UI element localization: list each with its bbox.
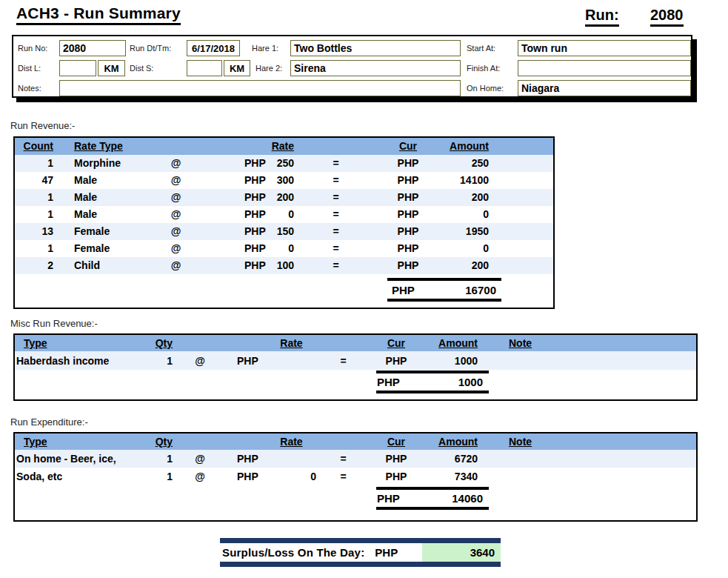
revenue-row: 1 Female @ PHP 0 = PHP 0	[15, 240, 553, 257]
at-symbol: @	[159, 155, 193, 172]
type-header: Type	[24, 436, 47, 448]
at-symbol: @	[159, 189, 193, 206]
count-cell: 2	[15, 257, 53, 274]
dist-s-label: Dist S:	[130, 64, 153, 73]
run-summary-report: ACH3 - Run Summary Run: 2080 Run No: 208…	[0, 0, 728, 578]
amount-cell: 0	[438, 206, 489, 223]
amount-cell: 6720	[422, 453, 478, 465]
currency-cell: PHP	[378, 240, 438, 257]
count-cell: 47	[15, 172, 53, 189]
rate-type-cell: Male	[53, 172, 159, 189]
note-header: Note	[509, 436, 532, 448]
at-symbol: @	[159, 240, 193, 257]
revenue-row: 1 Male @ PHP 0 = PHP 0	[15, 206, 553, 223]
revenue-total: PHP 16700	[387, 278, 501, 302]
surplus-top-bar	[220, 538, 501, 543]
finish-at-field[interactable]	[518, 60, 691, 76]
revenue-row: 1 Male @ PHP 200 = PHP 200	[15, 189, 553, 206]
count-cell: 1	[15, 155, 53, 172]
amount-cell: 7340	[422, 471, 478, 482]
equals-symbol: =	[294, 206, 378, 223]
count-cell: 13	[15, 223, 53, 240]
on-home-field[interactable]: Niagara	[518, 80, 691, 96]
rate-header: Rate	[272, 140, 294, 152]
amount-cell: 1950	[438, 223, 489, 240]
type-cell: On home - Beer, ice,	[15, 453, 133, 465]
equals-symbol: =	[294, 240, 378, 257]
equals-symbol: =	[294, 189, 378, 206]
dist-l-label: Dist L:	[18, 64, 41, 73]
rate-value: 0	[270, 240, 294, 257]
hare1-field[interactable]: Two Bottles	[290, 40, 461, 56]
dist-l-field[interactable]	[59, 60, 96, 76]
dist-s-km-unit: KM	[224, 60, 250, 76]
rate-currency: PHP	[227, 355, 267, 367]
misc-revenue-total: PHP 1000	[376, 371, 489, 393]
revenue-row: 1 Morphine @ PHP 250 = PHP 250	[15, 155, 553, 172]
count-header: Count	[24, 140, 53, 152]
run-label: Run:	[585, 7, 619, 27]
on-home-label: On Home:	[467, 84, 504, 93]
at-symbol: @	[173, 355, 227, 367]
rate-value: 300	[270, 172, 294, 189]
rate-value: 0	[267, 471, 316, 482]
run-no-field[interactable]: 2080	[59, 40, 126, 56]
total-currency: PHP	[376, 376, 400, 388]
type-cell: Haberdash income	[15, 355, 133, 367]
count-cell: 1	[15, 189, 53, 206]
rate-currency: PHP	[193, 240, 270, 257]
hare2-field[interactable]: Sirena	[290, 60, 461, 76]
rate-currency: PHP	[227, 453, 267, 465]
total-amount: 14060	[452, 492, 489, 505]
equals-symbol: =	[316, 453, 370, 465]
total-currency: PHP	[376, 492, 400, 505]
run-date-field[interactable]: 6/17/2018	[187, 40, 240, 56]
equals-symbol: =	[316, 471, 370, 482]
amount-header: Amount	[438, 337, 478, 349]
rate-value: 100	[270, 257, 294, 274]
qty-cell: 1	[133, 453, 173, 465]
run-no-label: Run No:	[18, 44, 47, 53]
count-cell: 1	[15, 240, 53, 257]
start-at-field[interactable]: Town run	[518, 40, 691, 56]
rate-type-header: Rate Type	[74, 140, 123, 152]
rate-currency: PHP	[227, 471, 267, 482]
revenue-row: 47 Male @ PHP 300 = PHP 14100	[15, 172, 553, 189]
revenue-row: 13 Female @ PHP 150 = PHP 1950	[15, 223, 553, 240]
at-symbol: @	[159, 172, 193, 189]
currency-cell: PHP	[370, 471, 422, 482]
amount-cell: 1000	[422, 355, 478, 367]
rate-header: Rate	[280, 436, 302, 448]
page-title: ACH3 - Run Summary	[16, 4, 181, 25]
expenditure-row: On home - Beer, ice, 1 @ PHP = PHP 6720	[15, 450, 696, 468]
equals-symbol: =	[294, 172, 378, 189]
rate-currency: PHP	[193, 155, 270, 172]
equals-symbol: =	[294, 257, 378, 274]
currency-cell: PHP	[370, 453, 422, 465]
rate-type-cell: Morphine	[53, 155, 159, 172]
at-symbol: @	[173, 453, 227, 465]
run-number-display: 2080	[650, 7, 684, 27]
amount-cell: 250	[438, 155, 489, 172]
amount-cell: 200	[438, 257, 489, 274]
notes-field[interactable]	[59, 80, 461, 96]
at-symbol: @	[173, 471, 227, 482]
type-cell: Soda, etc	[15, 471, 133, 482]
misc-revenue-row: Haberdash income 1 @ PHP = PHP 1000	[15, 351, 696, 370]
cur-header: Cur	[387, 337, 405, 349]
surplus-row: Surplus/Loss On The Day: PHP 3640	[220, 543, 501, 562]
revenue-row: 2 Child @ PHP 100 = PHP 200	[15, 257, 553, 274]
rate-type-cell: Male	[53, 189, 159, 206]
rate-type-cell: Female	[53, 240, 159, 257]
currency-cell: PHP	[378, 172, 438, 189]
expenditure-header-row: Type Qty Rate Cur Amount Note	[15, 434, 696, 450]
dist-l-km-unit: KM	[98, 60, 125, 76]
expenditure-total: PHP 14060	[376, 487, 489, 510]
start-at-label: Start At:	[467, 44, 495, 53]
dist-s-field[interactable]	[187, 60, 222, 76]
surplus-label: Surplus/Loss On The Day:	[220, 546, 364, 559]
hare1-label: Hare 1:	[252, 44, 278, 53]
equals-symbol: =	[294, 155, 378, 172]
hare2-label: Hare 2:	[256, 64, 282, 73]
surplus-amount: 3640	[422, 543, 501, 562]
